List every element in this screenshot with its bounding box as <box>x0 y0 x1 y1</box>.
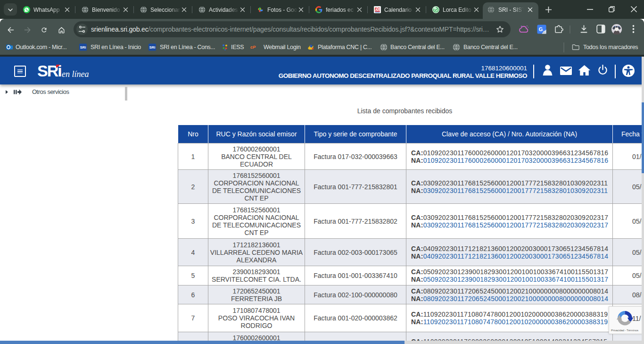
svg-text:SRi: SRi <box>80 45 86 50</box>
svg-text:cP: cP <box>250 45 256 50</box>
svg-text:SRi: SRi <box>149 45 156 50</box>
svg-text:EC: EC <box>375 7 380 11</box>
svg-text:G: G <box>539 26 543 32</box>
